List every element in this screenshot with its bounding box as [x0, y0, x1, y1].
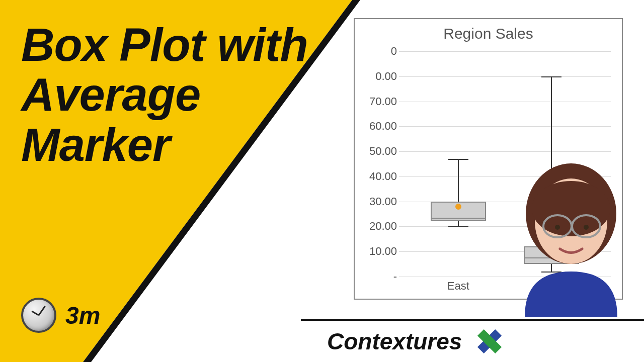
y-tick-label: 20.00	[367, 220, 397, 233]
whisker-lower	[458, 221, 459, 226]
whisker-cap	[448, 159, 468, 160]
y-tick-label: 0.00	[367, 70, 397, 83]
y-tick-label: 60.00	[367, 120, 397, 133]
brand-bar: Contextures	[301, 319, 644, 362]
duration-text: 3m	[65, 302, 100, 329]
gridline	[399, 102, 611, 102]
whisker-cap	[448, 226, 468, 227]
y-tick-label: 70.00	[367, 95, 397, 108]
gridline	[399, 51, 611, 52]
gridline	[399, 126, 611, 127]
whisker-cap	[541, 76, 561, 77]
y-tick-label: 50.00	[367, 145, 397, 158]
duration-badge: 3m	[21, 298, 100, 333]
main-title: Box Plot with Average Marker	[21, 20, 308, 170]
contextures-logo-icon	[476, 328, 503, 355]
gridline	[399, 151, 611, 152]
presenter-photo	[505, 156, 638, 317]
whisker-upper	[458, 159, 459, 202]
svg-point-7	[584, 225, 589, 230]
y-tick-label: 0	[367, 45, 397, 58]
y-tick-label: -	[367, 270, 397, 283]
svg-point-6	[555, 225, 560, 230]
title-line-1: Box Plot with	[21, 20, 308, 70]
brand-name: Contextures	[327, 328, 462, 355]
title-line-2: Average	[21, 70, 308, 120]
chart-title: Region Sales	[355, 25, 622, 42]
y-tick-label: 30.00	[367, 195, 397, 208]
title-line-3: Marker	[21, 120, 308, 170]
y-tick-label: 10.00	[367, 245, 397, 258]
average-marker	[455, 204, 461, 210]
gridline	[399, 76, 611, 77]
x-tick-label: East	[447, 280, 469, 293]
clock-icon	[21, 298, 56, 333]
y-tick-label: 40.00	[367, 170, 397, 183]
median-line	[432, 218, 485, 219]
